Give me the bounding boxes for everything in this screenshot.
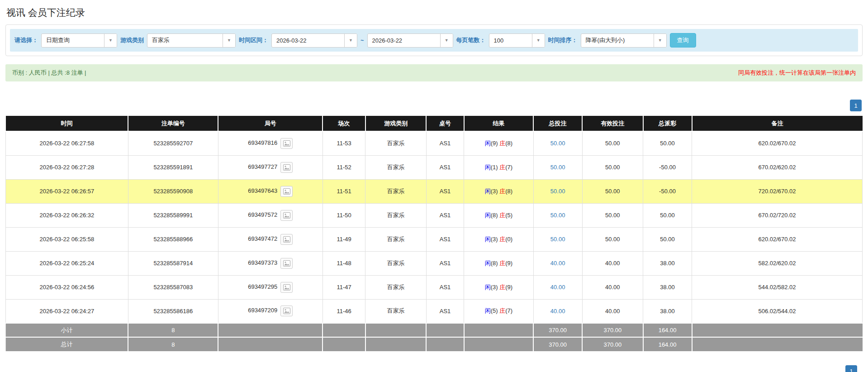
column-header: 游戏类别	[365, 116, 426, 131]
summary-empty	[464, 337, 533, 351]
filter-bar: 请选择： 日期查询 ▼ 游戏类别 百家乐 ▼ 时间区间： 2026-03-22 …	[10, 29, 858, 52]
cell-table-number: AS1	[426, 131, 464, 155]
game-type-select[interactable]: 百家乐 ▼	[147, 33, 236, 48]
round-number: 693497209	[248, 307, 277, 314]
cell-valid-bet: 50.00	[582, 155, 643, 179]
summary-empty	[365, 337, 426, 351]
total-bet-link[interactable]: 40.00	[550, 308, 565, 315]
cell-time: 2026-03-22 06:27:28	[6, 155, 128, 179]
search-button[interactable]: 查询	[670, 33, 696, 48]
total-bet-link[interactable]: 50.00	[550, 236, 565, 243]
date-to-select[interactable]: 2026-03-22 ▼	[367, 33, 453, 48]
cell-result: 闲(5) 庄(7)	[464, 299, 533, 323]
query-type-select[interactable]: 日期查询 ▼	[41, 33, 117, 48]
query-type-label: 请选择：	[14, 36, 38, 44]
cell-round-number: 693497572	[218, 203, 323, 227]
column-header: 备注	[692, 116, 863, 131]
table-row: 2026-03-22 06:24:27523285586186693497209…	[6, 299, 863, 323]
cell-total-bet: 50.00	[533, 131, 582, 155]
summary-payout: 164.00	[643, 323, 692, 337]
cell-bet-number: 523285589991	[128, 203, 218, 227]
round-image-button[interactable]	[280, 138, 293, 149]
summary-label: 总计	[6, 337, 128, 351]
total-bet-link[interactable]: 50.00	[550, 212, 565, 219]
date-from-select[interactable]: 2026-03-22 ▼	[271, 33, 357, 48]
summary-count: 8	[128, 323, 218, 337]
cell-payout: 50.00	[643, 203, 692, 227]
cell-time: 2026-03-22 06:24:56	[6, 275, 128, 299]
round-image-button[interactable]	[280, 186, 293, 197]
cell-game-type: 百家乐	[365, 275, 426, 299]
page-number-button[interactable]: 1	[850, 100, 862, 111]
player-result: 闲	[485, 307, 491, 314]
summary-empty	[426, 323, 464, 337]
cell-time: 2026-03-22 06:24:27	[6, 299, 128, 323]
page-number-button[interactable]: 1	[845, 365, 857, 372]
bet-table-body: 2026-03-22 06:27:58523285592707693497816…	[6, 131, 863, 351]
cell-total-bet: 50.00	[533, 203, 582, 227]
pagination-top: 1	[5, 100, 862, 111]
table-row: 2026-03-22 06:24:56523285587083693497295…	[6, 275, 863, 299]
chevron-down-icon: ▼	[440, 34, 453, 47]
round-number: 693497816	[248, 139, 277, 146]
total-bet-link[interactable]: 50.00	[550, 164, 565, 171]
cell-result: 闲(8) 庄(5)	[464, 203, 533, 227]
picture-icon	[283, 260, 290, 267]
banker-result: 庄	[499, 236, 505, 243]
round-image-button[interactable]	[280, 282, 293, 293]
cell-bet-number: 523285587914	[128, 251, 218, 275]
summary-empty	[692, 337, 863, 351]
round-image-button[interactable]	[280, 210, 293, 221]
cell-table-number: AS1	[426, 155, 464, 179]
cell-payout: -50.00	[643, 155, 692, 179]
round-image-button[interactable]	[280, 162, 293, 173]
range-separator: ~	[360, 37, 364, 44]
cell-total-bet: 50.00	[533, 179, 582, 203]
summary-label: 小计	[6, 323, 128, 337]
picture-icon	[283, 188, 290, 195]
total-bet-link[interactable]: 50.00	[550, 188, 565, 195]
cell-valid-bet: 40.00	[582, 275, 643, 299]
cell-table-number: AS1	[426, 179, 464, 203]
cell-round-number: 693497816	[218, 131, 323, 155]
total-bet-link[interactable]: 40.00	[550, 284, 565, 291]
summary-empty	[464, 323, 533, 337]
cell-round-number: 693497295	[218, 275, 323, 299]
cell-round-number: 693497209	[218, 299, 323, 323]
cell-valid-bet: 50.00	[582, 179, 643, 203]
picture-icon	[283, 212, 290, 219]
round-image-button[interactable]	[280, 258, 293, 269]
cell-game-type: 百家乐	[365, 155, 426, 179]
column-header: 时间	[6, 116, 128, 131]
cell-remark: 620.02/670.02	[692, 131, 863, 155]
round-image-button[interactable]	[280, 234, 293, 245]
page-title: 视讯 会员下注纪录	[5, 0, 863, 24]
table-row: 2026-03-22 06:25:58523285588966693497472…	[6, 227, 863, 251]
cell-session: 11-50	[323, 203, 365, 227]
cell-bet-number: 523285586186	[128, 299, 218, 323]
picture-icon	[283, 236, 290, 243]
total-bet-link[interactable]: 50.00	[550, 140, 565, 147]
pagination-bottom: 1	[845, 365, 857, 372]
summary-empty	[218, 323, 323, 337]
same-round-note: 同局有效投注，统一计算在该局第一张注单内	[738, 69, 856, 77]
cell-total-bet: 50.00	[533, 227, 582, 251]
cell-remark: 620.02/670.02	[692, 227, 863, 251]
round-image-button[interactable]	[280, 305, 293, 316]
chevron-down-icon: ▼	[223, 34, 235, 47]
banker-result: 庄	[499, 307, 505, 314]
total-bet-link[interactable]: 40.00	[550, 260, 565, 267]
round-number: 693497472	[248, 235, 277, 242]
cell-bet-number: 523285592707	[128, 131, 218, 155]
round-number: 693497643	[248, 187, 277, 194]
summary-bar: 币别 : 人民币 | 总共 :8 注单 | 同局有效投注，统一计算在该局第一张注…	[5, 64, 863, 81]
cell-total-bet: 40.00	[533, 251, 582, 275]
cell-result: 闲(3) 庄(8)	[464, 179, 533, 203]
sort-select[interactable]: 降幂(由大到小) ▼	[581, 33, 667, 48]
sort-label: 时间排序：	[548, 36, 578, 44]
page-size-select[interactable]: 100 ▼	[489, 33, 545, 48]
player-result: 闲	[485, 260, 491, 267]
cell-session: 11-48	[323, 251, 365, 275]
column-header: 场次	[323, 116, 365, 131]
column-header: 注单编号	[128, 116, 218, 131]
